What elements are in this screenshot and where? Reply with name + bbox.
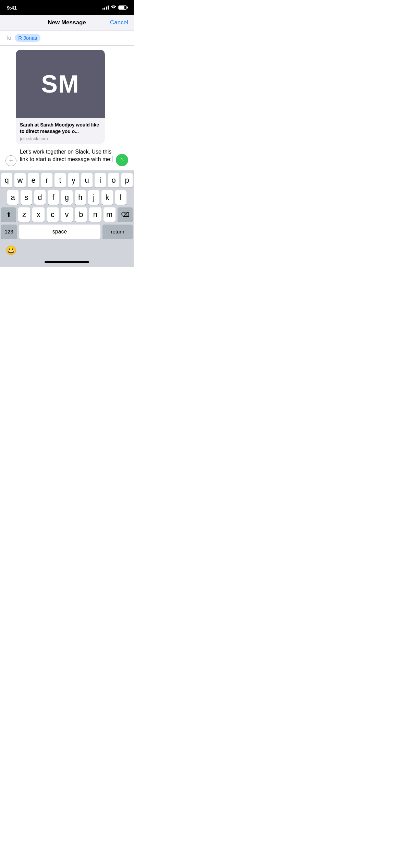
- key-v[interactable]: v: [61, 207, 73, 222]
- delete-key[interactable]: ⌫: [118, 207, 133, 222]
- cancel-button[interactable]: Cancel: [108, 19, 128, 26]
- key-s[interactable]: s: [21, 190, 32, 205]
- home-indicator-container: [0, 258, 134, 267]
- key-b[interactable]: b: [75, 207, 87, 222]
- send-button[interactable]: ↑: [116, 154, 128, 166]
- key-y[interactable]: y: [68, 173, 79, 188]
- key-j[interactable]: j: [88, 190, 99, 205]
- key-x[interactable]: x: [32, 207, 44, 222]
- key-f[interactable]: f: [48, 190, 59, 205]
- send-icon: ↑: [118, 156, 125, 163]
- keyboard-row-4: 123 space return: [1, 225, 133, 239]
- message-text: Let's work together on Slack. Use this l…: [20, 148, 112, 164]
- keyboard-row-1: q w e r t y u i o p: [1, 173, 133, 188]
- status-bar: 9:41: [0, 0, 134, 15]
- key-l[interactable]: l: [115, 190, 126, 205]
- message-area: SM Sarah at Sarah Moodjoy would like to …: [0, 46, 134, 170]
- to-field: To: R Jonas: [0, 31, 134, 46]
- key-c[interactable]: c: [47, 207, 59, 222]
- recipient-chip[interactable]: R Jonas: [15, 34, 40, 42]
- space-key[interactable]: space: [19, 225, 100, 239]
- key-i[interactable]: i: [95, 173, 106, 188]
- link-preview-image: SM: [16, 50, 105, 118]
- add-attachment-button[interactable]: +: [5, 155, 16, 166]
- bottom-bar: 😀: [0, 243, 134, 258]
- text-cursor: [112, 156, 112, 162]
- return-key[interactable]: return: [102, 225, 133, 239]
- key-u[interactable]: u: [81, 173, 93, 188]
- key-t[interactable]: t: [54, 173, 66, 188]
- link-preview-title: Sarah at Sarah Moodjoy would like to dir…: [20, 122, 101, 135]
- key-p[interactable]: p: [121, 173, 133, 188]
- keyboard: q w e r t y u i o p a s d f g h j k l ⬆ …: [0, 170, 134, 243]
- to-label: To:: [5, 35, 13, 41]
- nav-title: New Message: [26, 19, 108, 26]
- status-time: 9:41: [7, 5, 17, 11]
- key-h[interactable]: h: [75, 190, 86, 205]
- nav-header: New Message Cancel: [0, 15, 134, 31]
- battery-icon: [118, 5, 127, 10]
- key-z[interactable]: z: [18, 207, 30, 222]
- wifi-icon: [111, 5, 116, 10]
- key-d[interactable]: d: [34, 190, 46, 205]
- key-m[interactable]: m: [104, 207, 116, 222]
- key-w[interactable]: w: [14, 173, 26, 188]
- shift-key[interactable]: ⬆: [1, 207, 16, 222]
- key-e[interactable]: e: [28, 173, 39, 188]
- link-preview-text: Sarah at Sarah Moodjoy would like to dir…: [16, 118, 105, 144]
- key-o[interactable]: o: [108, 173, 119, 188]
- key-k[interactable]: k: [101, 190, 113, 205]
- key-n[interactable]: n: [89, 207, 101, 222]
- link-preview-card[interactable]: SM Sarah at Sarah Moodjoy would like to …: [16, 50, 105, 144]
- status-icons: [102, 5, 127, 10]
- key-g[interactable]: g: [61, 190, 72, 205]
- key-a[interactable]: a: [7, 190, 19, 205]
- keyboard-row-2: a s d f g h j k l: [1, 190, 133, 205]
- key-q[interactable]: q: [1, 173, 12, 188]
- signal-icon: [102, 5, 109, 10]
- key-r[interactable]: r: [41, 173, 52, 188]
- home-indicator: [45, 261, 89, 263]
- link-preview-url: join.slack.com: [20, 136, 101, 141]
- numbers-key[interactable]: 123: [1, 225, 17, 239]
- link-preview-initials: SM: [41, 70, 80, 98]
- keyboard-row-3: ⬆ z x c v b n m ⌫: [1, 207, 133, 222]
- emoji-button[interactable]: 😀: [5, 245, 16, 256]
